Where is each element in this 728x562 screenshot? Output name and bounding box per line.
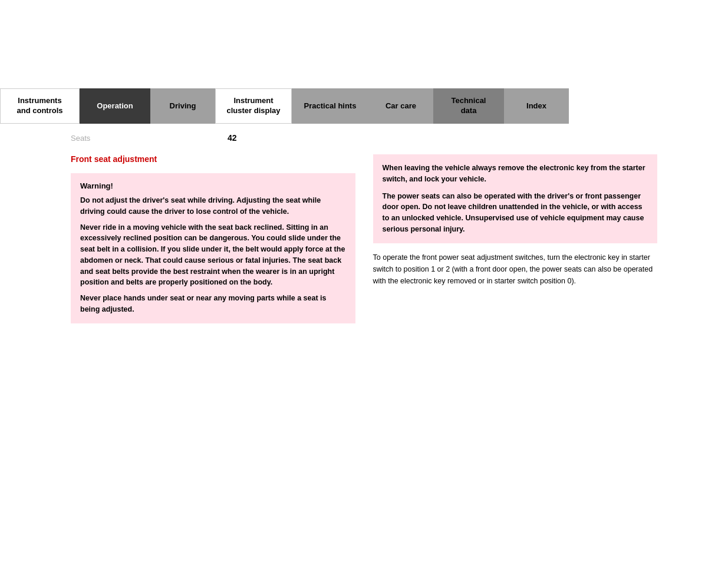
- nav-practical-label: Practical hints: [304, 101, 357, 111]
- warning-title: Warning!: [80, 181, 346, 190]
- nav-index[interactable]: Index: [504, 88, 569, 124]
- plain-text: To operate the front power seat adjustme…: [373, 252, 658, 287]
- warning-box: Warning! Do not adjust the driver's seat…: [71, 173, 355, 323]
- two-column-layout: Front seat adjustment Warning! Do not ad…: [71, 154, 657, 332]
- nav-technical-label: Technical data: [451, 96, 486, 116]
- section-title: Front seat adjustment: [71, 154, 355, 164]
- nav-driving[interactable]: Driving: [150, 88, 215, 124]
- nav-index-label: Index: [526, 101, 546, 111]
- left-column: Front seat adjustment Warning! Do not ad…: [71, 154, 355, 332]
- page-line: Seats 42: [71, 128, 657, 147]
- info-box-body: When leaving the vehicle always remove t…: [383, 163, 648, 235]
- nav-operation[interactable]: Operation: [80, 88, 150, 124]
- warning-para-1: Do not adjust the driver's seat while dr…: [80, 195, 346, 217]
- info-para-2: The power seats can also be operated wit…: [383, 191, 648, 235]
- breadcrumb: Seats: [71, 134, 90, 143]
- nav-cluster-label: Instrument cluster display: [226, 96, 280, 116]
- info-para-1: When leaving the vehicle always remove t…: [383, 163, 648, 185]
- nav-carcare-label: Car care: [386, 101, 416, 111]
- warning-para-2: Never ride in a moving vehicle with the …: [80, 222, 346, 289]
- info-box: When leaving the vehicle always remove t…: [373, 154, 658, 243]
- nav-technical[interactable]: Technical data: [433, 88, 504, 124]
- content-area: Seats 42 Front seat adjustment Warning! …: [0, 128, 728, 332]
- page-number: 42: [90, 133, 374, 143]
- warning-para-3: Never place hands under seat or near any…: [80, 293, 346, 315]
- nav-instruments-label: Instruments and controls: [17, 96, 62, 116]
- nav-cluster[interactable]: Instrument cluster display: [215, 88, 292, 124]
- nav-driving-label: Driving: [170, 101, 196, 111]
- warning-body: Do not adjust the driver's seat while dr…: [80, 195, 346, 315]
- right-column: When leaving the vehicle always remove t…: [373, 154, 658, 332]
- nav-practical[interactable]: Practical hints: [292, 88, 368, 124]
- nav-operation-label: Operation: [97, 101, 133, 111]
- navigation-bar: Instruments and controls Operation Drivi…: [0, 88, 728, 124]
- nav-instruments[interactable]: Instruments and controls: [0, 88, 80, 124]
- nav-carcare[interactable]: Car care: [368, 88, 433, 124]
